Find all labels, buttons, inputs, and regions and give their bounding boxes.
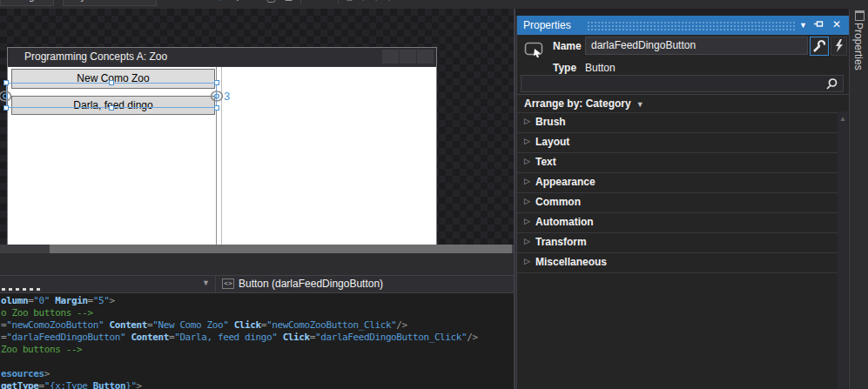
selection-rectangle — [6, 83, 217, 108]
resize-handle-bottom-middle[interactable] — [109, 105, 114, 111]
search-icon[interactable] — [825, 77, 838, 91]
cancel-icon[interactable]: ✕ — [250, 0, 259, 5]
category-row-common[interactable]: ▷Common — [517, 193, 838, 213]
category-label: Text — [535, 156, 556, 168]
grid-toggle-icon[interactable]: ▾ — [360, 0, 366, 5]
expander-icon[interactable]: ▷ — [524, 177, 530, 185]
expander-icon[interactable]: ▷ — [524, 237, 530, 245]
element-path-dropdown[interactable]: <> Button (darlaFeedDingoButton) — [216, 276, 514, 292]
close-button — [417, 50, 434, 64]
element-path-label: Button (darlaFeedDingoButton) — [239, 278, 383, 290]
margin-anchor-left-icon[interactable] — [0, 90, 13, 103]
expander-icon[interactable]: ▷ — [524, 137, 530, 145]
code-line[interactable]: getType="{x:Type Button}"> — [1, 380, 514, 389]
lightning-bolt-icon — [831, 37, 846, 55]
guides-toggle-icon[interactable]: ▾ — [387, 0, 392, 5]
pin-icon[interactable] — [813, 18, 824, 31]
code-line[interactable]: esources> — [1, 368, 514, 380]
code-line[interactable]: ="darlaFeedDingoButton" Content="Darla, … — [1, 332, 514, 344]
toolbar-separator — [300, 0, 301, 3]
border-style-icon[interactable]: ▢ — [266, 0, 276, 5]
toolbar-separator — [338, 0, 339, 3]
arrange-by-label: Arrange by: Category — [524, 97, 631, 110]
properties-search-input[interactable] — [521, 75, 844, 92]
code-line[interactable]: o Zoo buttons --> — [1, 307, 514, 319]
pane-splitter[interactable] — [0, 253, 514, 275]
properties-vertical-scrollbar[interactable]: ▲ — [838, 111, 848, 389]
snap-toggle-icon[interactable]: ▾ — [373, 0, 379, 5]
margin-anchor-right-icon[interactable] — [210, 90, 225, 103]
standard-toolbar: Debug Any CPU ▶Start ⌕⌄✕▢≣━━⌂▾▾▾ — [0, 0, 868, 9]
category-label: Transform — [535, 236, 587, 248]
resize-handle-bottom-right[interactable] — [214, 105, 219, 111]
name-label: Name — [553, 40, 582, 52]
xaml-breadcrumb-bar: ▼ <> Button (darlaFeedDingoButton) — [0, 275, 514, 293]
zoom-icon[interactable]: ⌕ — [219, 0, 225, 5]
properties-titlebar[interactable]: Properties ▼ ✕ — [517, 16, 849, 35]
chevron-down-icon: ▼ — [636, 100, 644, 109]
properties-panel: Properties ▼ ✕ Name darlaFeedDingoButton — [516, 16, 849, 389]
resize-handle-top-left[interactable] — [3, 80, 9, 85]
expander-icon[interactable]: ▷ — [524, 197, 530, 205]
code-line[interactable]: olumn="0" Margin="5"> — [1, 295, 514, 307]
align-lines-icon[interactable]: ≣ — [284, 0, 293, 5]
arrange-by-dropdown[interactable]: Arrange by: Category▼ — [524, 97, 644, 110]
expander-icon[interactable]: ▷ — [524, 117, 530, 125]
preview-window-title: Programming Concepts A: Zoo — [24, 50, 167, 63]
resize-handle-top-middle[interactable] — [109, 80, 114, 85]
type-label: Type — [553, 62, 576, 74]
selected-element-icon — [524, 42, 544, 58]
side-tab-strip: Properties — [849, 9, 868, 389]
designer-horizontal-scrollbar[interactable] — [0, 245, 514, 253]
preview-window-titlebar: Programming Concepts A: Zoo — [8, 48, 436, 67]
vertical-divider[interactable] — [514, 9, 515, 389]
design-surface[interactable]: Programming Concepts A: Zoo New Como Zoo… — [0, 9, 514, 245]
expander-icon[interactable]: ▷ — [524, 217, 530, 225]
expander-icon[interactable]: ▷ — [524, 257, 530, 265]
close-icon[interactable]: ✕ — [832, 18, 841, 30]
window-position-menu-icon[interactable]: ▼ — [799, 21, 807, 30]
maximize-button — [400, 50, 416, 64]
visual-studio-window: Debug Any CPU ▶Start ⌕⌄✕▢≣━━⌂▾▾▾ Program… — [0, 0, 868, 389]
resize-handle-top-right[interactable] — [214, 80, 219, 85]
debug-configuration-dropdown[interactable]: Debug — [0, 0, 54, 6]
code-line[interactable]: ="newComoZooButton" Content="New Como Zo… — [1, 319, 514, 332]
chevron-down-icon: ▼ — [202, 278, 210, 287]
category-list: ▷Brush▷Layout▷Text▷Appearance▷Common▷Aut… — [517, 112, 838, 273]
category-label: Common — [535, 196, 581, 208]
category-row-layout[interactable]: ▷Layout — [517, 133, 838, 153]
grid-row-badge: 3 — [224, 90, 230, 103]
scrollbar-thumb[interactable] — [50, 245, 512, 253]
events-mode-button[interactable] — [831, 37, 847, 56]
code-line[interactable] — [1, 356, 514, 368]
platform-dropdown[interactable]: Any CPU — [63, 0, 157, 6]
category-row-transform[interactable]: ▷Transform — [517, 233, 838, 253]
category-label: Automation — [535, 216, 594, 228]
xaml-code[interactable]: olumn="0" Margin="5">o Zoo buttons -->="… — [0, 293, 514, 389]
debug-configuration-label: Debug — [6, 0, 34, 2]
expander-icon[interactable]: ▷ — [524, 157, 530, 165]
wpf-preview-window[interactable]: Programming Concepts A: Zoo New Como Zoo… — [7, 47, 437, 250]
preview-window-buttons — [382, 50, 434, 64]
category-row-text[interactable]: ▷Text — [517, 153, 838, 173]
category-row-appearance[interactable]: ▷Appearance — [517, 173, 838, 193]
properties-side-tab[interactable]: Properties — [852, 23, 865, 70]
chevron-down-icon[interactable]: ⌄ — [233, 0, 242, 5]
xaml-element-icon: <> — [222, 278, 234, 289]
v-spacing-icon[interactable]: ━ — [324, 0, 330, 5]
name-input[interactable]: darlaFeedDingoButton — [585, 37, 808, 55]
properties-mode-button[interactable] — [810, 37, 829, 56]
category-row-brush[interactable]: ▷Brush — [517, 113, 838, 133]
resize-handle-bottom-left[interactable] — [3, 105, 9, 111]
fit-selection-icon[interactable]: ⌂ — [347, 0, 353, 5]
minimize-button — [382, 50, 399, 64]
artboard-edge — [515, 9, 849, 16]
code-line[interactable]: Zoo buttons --> — [1, 344, 514, 356]
category-label: Miscellaneous — [535, 256, 607, 268]
h-spacing-icon[interactable]: ━ — [309, 0, 315, 5]
tool-window-icon — [855, 10, 865, 21]
category-label: Appearance — [535, 176, 595, 188]
category-row-automation[interactable]: ▷Automation — [517, 213, 838, 233]
scroll-up-arrow-icon[interactable]: ▲ — [839, 115, 846, 123]
category-row-miscellaneous[interactable]: ▷Miscellaneous — [517, 253, 838, 273]
